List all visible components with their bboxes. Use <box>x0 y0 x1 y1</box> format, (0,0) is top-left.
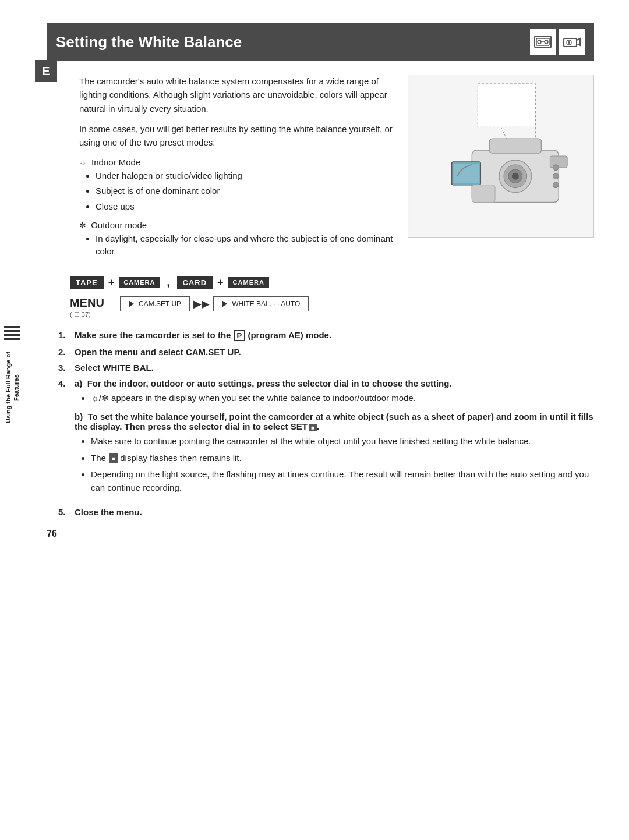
step-4-content: a) For the indoor, outdoor or auto setti… <box>75 378 594 502</box>
step-1-text: Make sure the camcorder is set to the P … <box>75 330 331 341</box>
intro-paragraph-2: In some cases, you will get better resul… <box>79 122 394 150</box>
menu-triangle-2 <box>222 300 227 307</box>
sidebar-text: Using the Full Range of Features <box>4 345 21 431</box>
tape-plus-1: + <box>108 277 115 289</box>
indoor-bullet-3: Close ups <box>96 200 394 214</box>
step-4-num: 4. <box>58 378 70 502</box>
menu-triangle-1 <box>129 300 134 307</box>
indoor-label: Indoor Mode <box>91 157 140 167</box>
set-icon-2: ■ <box>109 453 118 463</box>
text-column: The camcorder's auto white balance syste… <box>47 75 394 264</box>
step-3: 3. Select WHITE BAL. <box>58 363 594 373</box>
menu-label-container: MENU ( ☐ 37) <box>70 296 111 318</box>
menu-ref: ( ☐ 37) <box>70 311 111 318</box>
svg-point-22 <box>553 165 559 171</box>
indoor-bullet-2: Subject is of one dominant color <box>96 185 394 198</box>
camera-badge-1: CAMERA <box>119 277 160 288</box>
step-4a-bullets: ☼/✼ appears in the display when you set … <box>91 392 594 405</box>
tape-comma: , <box>167 277 170 289</box>
svg-point-24 <box>553 182 559 188</box>
step-1-num: 1. <box>58 330 70 341</box>
camcorder-image <box>408 75 594 238</box>
outdoor-label: Outdoor mode <box>91 220 147 230</box>
outdoor-icon: ✼ <box>79 221 86 230</box>
step-4: 4. a) For the indoor, outdoor or auto se… <box>58 378 594 502</box>
tape-icon <box>533 34 552 50</box>
menu-box-2: WHITE BAL. · · AUTO <box>213 296 309 311</box>
camcorder-svg <box>408 75 593 237</box>
step-4a-label: a) <box>75 378 85 388</box>
step-5: 5. Close the menu. <box>58 507 594 517</box>
menu-white-bal: WHITE BAL. · · AUTO <box>232 300 300 308</box>
page-title: Setting the White Balance <box>56 33 242 51</box>
steps-section: 1. Make sure the camcorder is set to the… <box>47 330 594 518</box>
step-3-num: 3. <box>58 363 70 373</box>
step-4a: a) For the indoor, outdoor or auto setti… <box>75 378 594 405</box>
sidebar-lines <box>4 326 20 340</box>
image-column <box>408 75 594 264</box>
svg-rect-10 <box>478 84 535 127</box>
outdoor-bullet-1: In daylight, especially for close-ups an… <box>96 232 394 258</box>
tape-bar: TAPE + CAMERA , CARD + CAMERA <box>47 276 594 289</box>
menu-cam-setup: CAM.SET UP <box>139 300 181 308</box>
step-3-text: Select WHITE BAL. <box>75 363 154 373</box>
e-badge: E <box>35 60 57 82</box>
step-2: 2. Open the menu and select CAM.SET UP. <box>58 347 594 357</box>
menu-label: MENU <box>70 296 111 310</box>
step-4a-text: For the indoor, outdoor or auto settings… <box>87 378 452 388</box>
camcorder-icon <box>563 34 581 50</box>
step-4b-text: To set the white balance yourself, point… <box>75 412 593 431</box>
sidebar-line-4 <box>4 338 20 340</box>
svg-rect-25 <box>472 185 495 203</box>
content-area: The camcorder's auto white balance syste… <box>47 75 594 264</box>
page-number: 76 <box>47 529 594 539</box>
menu-section: MENU ( ☐ 37) CAM.SET UP ▶▶ WHITE BAL. · … <box>47 296 594 318</box>
svg-point-2 <box>538 40 541 44</box>
sidebar-line-1 <box>4 326 20 328</box>
step-4b-bullet-3: Depending on the light source, the flash… <box>91 468 594 494</box>
step-1: 1. Make sure the camcorder is set to the… <box>58 330 594 341</box>
sidebar-line-3 <box>4 334 20 336</box>
header-icons <box>530 29 585 55</box>
set-icon: ■ <box>309 424 317 431</box>
sidebar-label: Using the Full Range of Features <box>0 326 24 431</box>
svg-point-3 <box>545 40 548 44</box>
menu-box-1: CAM.SET UP <box>120 296 190 311</box>
menu-flow: CAM.SET UP ▶▶ WHITE BAL. · · AUTO <box>120 296 594 311</box>
page-header: Setting the White Balance <box>47 23 594 61</box>
step-4b-label: b) <box>75 412 85 421</box>
svg-point-17 <box>512 173 519 180</box>
card-badge: CARD <box>177 276 213 289</box>
svg-rect-18 <box>550 156 567 168</box>
tape-plus-2: + <box>217 277 224 289</box>
indoor-bullet-1: Under halogen or studio/video lighting <box>96 169 394 183</box>
step-2-text: Open the menu and select CAM.SET UP. <box>75 347 241 357</box>
tape-badge: TAPE <box>70 276 104 289</box>
tape-icon-box <box>530 29 556 55</box>
outdoor-sub-list: In daylight, especially for close-ups an… <box>96 232 394 258</box>
svg-marker-6 <box>577 38 580 45</box>
indoor-sub-list: Under halogen or studio/video lighting S… <box>96 169 394 214</box>
menu-flow-arrow: ▶▶ <box>190 297 213 310</box>
step-4b-bullet-1: Make sure to continue pointing the camco… <box>91 435 594 448</box>
intro-paragraph-1: The camcorder's auto white balance syste… <box>79 75 394 115</box>
page-container: Using the Full Range of Features Setting… <box>0 0 629 840</box>
step-4b: b) To set the white balance yourself, po… <box>75 412 594 494</box>
sidebar-line-2 <box>4 330 20 332</box>
camera-badge-2: CAMERA <box>228 277 269 288</box>
svg-point-23 <box>553 173 559 179</box>
outdoor-mode-item: ✼ Outdoor mode In daylight, especially f… <box>79 219 394 258</box>
indoor-mode-item: ☼ Indoor Mode Under halogen or studio/vi… <box>79 156 394 213</box>
indoor-icon: ☼ <box>79 158 87 167</box>
step-2-num: 2. <box>58 347 70 357</box>
step-1-text-bold: Make sure the camcorder is set to the P … <box>75 330 331 340</box>
svg-point-8 <box>568 41 570 44</box>
p-icon: P <box>234 330 246 341</box>
svg-rect-21 <box>489 139 541 153</box>
step-5-text: Close the menu. <box>75 507 142 517</box>
modes-list: ☼ Indoor Mode Under halogen or studio/vi… <box>79 156 394 258</box>
step-4b-bullets: Make sure to continue pointing the camco… <box>91 435 594 494</box>
step-4a-bullet-1: ☼/✼ appears in the display when you set … <box>91 392 594 405</box>
step-4b-bullet-2: The ■ display flashes then remains lit. <box>91 452 594 465</box>
camera-icon-box <box>559 29 585 55</box>
